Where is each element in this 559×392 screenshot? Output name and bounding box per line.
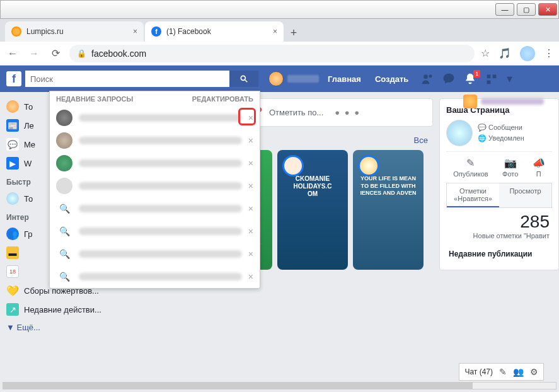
composer-more-button[interactable]: ● ● ● [335, 107, 360, 118]
facebook-logo[interactable]: f [6, 71, 21, 86]
back-button[interactable]: ← [5, 48, 20, 59]
messenger-icon[interactable] [442, 72, 455, 85]
remove-result-icon[interactable]: × [248, 204, 253, 214]
svg-point-3 [429, 74, 432, 78]
sponsored-chip[interactable] [463, 95, 544, 108]
views-tab[interactable]: Просмотр [499, 183, 551, 207]
result-avatar [56, 155, 72, 171]
media-icon[interactable]: 🎵 [498, 47, 511, 59]
facebook-header: f Главная Создать 1 ▾ [0, 66, 559, 92]
bookmark-star-icon[interactable]: ☆ [481, 47, 490, 59]
tab-label: Lumpics.ru [26, 27, 64, 36]
pencil-icon: ✎ [466, 157, 475, 169]
recent-icon: ↗ [6, 303, 19, 316]
story-card[interactable]: CKOMANIE HOLIDAYS.C OM [277, 150, 348, 270]
account-menu-icon[interactable]: ▾ [507, 72, 512, 86]
likes-count: 285 [446, 208, 552, 232]
address-bar[interactable]: 🔒 facebook.com [69, 45, 475, 62]
page-avatar[interactable] [446, 120, 473, 146]
search-input[interactable] [25, 71, 229, 87]
svg-point-2 [424, 74, 429, 79]
messenger-icon: 💬 [6, 138, 19, 151]
quick-help-icon[interactable] [485, 72, 498, 85]
calendar-icon: 18 [6, 265, 19, 278]
window-minimize-button[interactable]: — [495, 3, 514, 16]
chat-settings-icon[interactable]: ⚙ [530, 367, 538, 377]
likes-tab[interactable]: Отметки «Нравится» [447, 183, 499, 207]
result-avatar [56, 132, 72, 149]
result-avatar [56, 178, 72, 194]
window-maximize-button[interactable]: ▢ [517, 3, 536, 16]
notifications-icon[interactable]: 1 [464, 72, 476, 85]
search-result-row[interactable]: 🔍 × [50, 243, 260, 265]
reload-button[interactable]: ⟳ [48, 47, 63, 59]
browser-tab-facebook[interactable]: f (1) Facebook × [145, 21, 284, 42]
all-stories-link[interactable]: Все [414, 135, 428, 145]
remove-result-icon[interactable]: × [248, 135, 253, 146]
horizontal-scrollbar[interactable] [3, 382, 556, 389]
search-result-row[interactable]: × [50, 107, 260, 129]
browser-toolbar: ← → ⟳ 🔒 facebook.com ☆ 🎵 ⋮ [0, 42, 559, 66]
forward-button[interactable]: → [26, 48, 42, 59]
scrollbar-thumb[interactable] [3, 383, 473, 389]
create-link[interactable]: Создать [370, 74, 413, 84]
result-text-blur [79, 273, 242, 280]
camera-icon: 📷 [504, 157, 517, 169]
browser-tab-lumpics[interactable]: Lumpics.ru × [5, 21, 144, 42]
search-result-row[interactable]: × [50, 152, 260, 175]
chat-dock[interactable]: Чат (47) ✎ 👥 ⚙ [459, 363, 544, 381]
search-history-icon: 🔍 [56, 223, 72, 239]
search-result-row[interactable]: 🔍 × [50, 220, 260, 243]
search-result-row[interactable]: × [50, 175, 260, 197]
result-text-blur [79, 205, 242, 212]
page-notifications-link[interactable]: 🌐 Уведомлен [478, 134, 524, 142]
remove-result-icon[interactable]: × [248, 181, 253, 191]
window-close-button[interactable]: ✕ [538, 3, 557, 16]
svg-rect-5 [493, 74, 497, 78]
profile-avatar-icon[interactable] [520, 46, 535, 61]
result-text-blur [79, 182, 242, 190]
photo-button[interactable]: 📷Фото [502, 157, 518, 178]
window-titlebar: — ▢ ✕ [0, 0, 559, 19]
story-card[interactable]: YOUR LIFE IS MEAN TO BE FILLED WITH IENC… [353, 150, 424, 270]
profile-name-blur [287, 75, 319, 83]
result-text-blur [79, 250, 242, 258]
remove-result-icon[interactable]: × [248, 249, 253, 259]
result-text-blur [79, 137, 242, 144]
search-result-row[interactable]: × [50, 129, 260, 152]
see-more-link[interactable]: ▼ Ещё... [4, 319, 122, 336]
chat-people-icon[interactable]: 👥 [513, 367, 524, 377]
sidebar-item-recent[interactable]: ↗Недавние действи... [4, 300, 122, 319]
tab-label: (1) Facebook [166, 27, 211, 36]
edit-searches-link[interactable]: РЕДАКТИРОВАТЬ [192, 95, 253, 103]
remove-result-icon[interactable]: × [248, 158, 253, 168]
friend-requests-icon[interactable] [421, 72, 434, 85]
remove-result-icon[interactable]: × [248, 272, 253, 282]
sponsored-icon [463, 95, 477, 108]
search-history-icon: 🔍 [56, 268, 72, 285]
search-history-icon: 🔍 [56, 246, 72, 262]
page-icon [6, 192, 19, 205]
checkin-button[interactable]: 📍Отметить по... [253, 107, 323, 118]
new-tab-button[interactable]: + [285, 24, 303, 42]
browser-menu-icon[interactable]: ⋮ [544, 47, 554, 59]
recent-publications-title: Недавние публикации [446, 245, 552, 263]
likes-sublabel: Новые отметки "Нравит [446, 232, 552, 245]
search-button[interactable] [229, 71, 258, 87]
svg-point-0 [241, 76, 245, 80]
lumpics-favicon [11, 26, 21, 37]
close-tab-icon[interactable]: × [133, 27, 137, 36]
close-tab-icon[interactable]: × [273, 27, 277, 36]
home-link[interactable]: Главная [323, 74, 366, 84]
search-result-row[interactable]: 🔍 × [50, 197, 260, 220]
promote-button[interactable]: 📣П [533, 157, 545, 178]
page-messages-link[interactable]: 💬 Сообщени [478, 124, 524, 132]
new-message-icon[interactable]: ✎ [499, 367, 507, 377]
result-text-blur [79, 114, 242, 122]
newsfeed-icon: 📰 [6, 119, 19, 132]
search-result-row[interactable]: 🔍 × [50, 265, 260, 288]
profile-chip[interactable] [268, 71, 319, 86]
notification-badge: 1 [473, 70, 480, 78]
publish-button[interactable]: ✎Опубликов [453, 157, 488, 178]
remove-result-icon[interactable]: × [248, 226, 253, 236]
